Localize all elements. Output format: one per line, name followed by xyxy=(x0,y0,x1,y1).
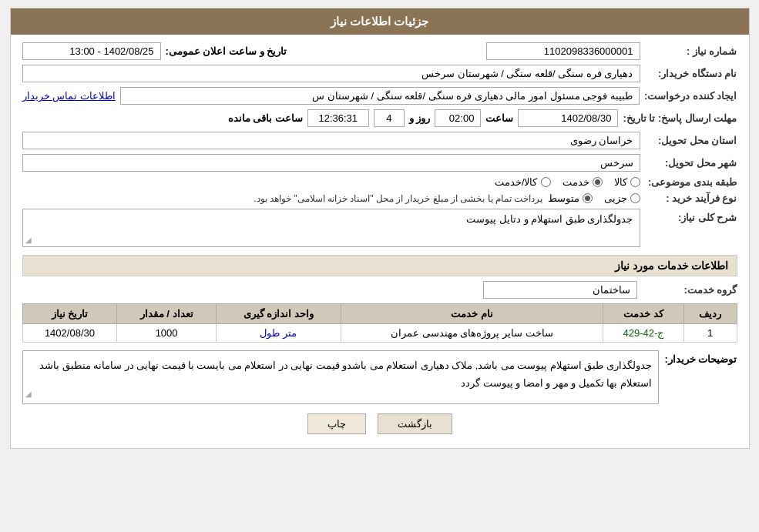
category-kala-khadamat-item[interactable]: کالا/خدمت xyxy=(495,176,551,188)
deadline-days-label: روز و xyxy=(409,112,431,124)
deadline-remaining-label: ساعت باقی مانده xyxy=(228,112,303,124)
print-button[interactable]: چاپ xyxy=(307,413,366,434)
category-kala-item[interactable]: کالا xyxy=(614,176,640,188)
purchase-jozei-item[interactable]: جزیی xyxy=(604,192,640,204)
deadline-days: 4 xyxy=(374,109,405,127)
description-value: جدولگذاری طبق استهلام و دتایل پیوست xyxy=(466,213,633,225)
buyer-org-value: دهیاری فره سنگی /قلعه سنگی / شهرستان سرخ… xyxy=(22,65,640,82)
service-group-label: گروه خدمت: xyxy=(645,284,737,296)
purchase-jozei-label: جزیی xyxy=(604,192,627,204)
creator-label: ایجاد کننده درخواست: xyxy=(644,90,737,102)
buyer-org-row: نام دستگاه خریدار: دهیاری فره سنگی /قلعه… xyxy=(22,65,737,82)
page-title: جزئیات اطلاعات نیاز xyxy=(331,15,428,28)
deadline-label: مهلت ارسال پاسخ: تا تاریخ: xyxy=(623,112,737,124)
col-header-name: نام خدمت xyxy=(341,304,603,324)
resize-icon-2: ◢ xyxy=(25,387,32,401)
need-number-row: شماره نیاز : 1102098336000001 تاریخ و سا… xyxy=(22,42,737,60)
category-khadamat-item[interactable]: خدمت xyxy=(563,176,603,188)
cell-code: ج-42-429 xyxy=(603,324,684,343)
purchase-motawaset-label: متوسط xyxy=(548,192,579,204)
category-row: طبقه بندی موضوعی: کالا خدمت کالا/خدمت xyxy=(22,176,737,188)
creator-value: طبیبه فوجی مسئول امور مالی دهیاری فره سن… xyxy=(120,87,640,105)
description-row: شرح کلی نیاز: جدولگذاری طبق استهلام و دت… xyxy=(22,209,737,247)
deadline-time: 02:00 xyxy=(435,109,481,127)
purchase-jozei-radio[interactable] xyxy=(630,193,640,203)
city-value: سرخس xyxy=(22,154,640,172)
cell-name: ساخت سایر پروژه‌های مهندسی عمران xyxy=(341,324,603,343)
purchase-type-radio-group: جزیی متوسط xyxy=(548,192,640,204)
col-header-qty: تعداد / مقدار xyxy=(117,304,216,324)
need-number-label: شماره نیاز : xyxy=(645,45,737,57)
buyer-org-label: نام دستگاه خریدار: xyxy=(645,68,737,79)
category-khadamat-label: خدمت xyxy=(563,176,589,188)
category-khadamat-radio[interactable] xyxy=(593,177,603,187)
province-value: خراسان رضوی xyxy=(22,132,640,149)
description-box: جدولگذاری طبق استهلام و دتایل پیوست ◢ xyxy=(22,209,640,247)
buyer-notes-value: جدولگذاری طبق استهلام پیوست می باشد, ملا… xyxy=(39,360,651,389)
col-header-row: ردیف xyxy=(683,304,737,324)
province-row: استان محل تحویل: خراسان رضوی xyxy=(22,132,737,149)
contact-link[interactable]: اطلاعات تماس خریدار xyxy=(22,90,116,102)
resize-icon: ◢ xyxy=(25,236,32,244)
category-radio-group: کالا خدمت کالا/خدمت xyxy=(495,176,640,188)
purchase-motawaset-radio[interactable] xyxy=(583,193,593,203)
service-group-value: ساختمان xyxy=(483,281,637,299)
back-button[interactable]: بازگشت xyxy=(378,413,452,434)
service-section-title: اطلاعات خدمات مورد نیاز xyxy=(22,255,737,276)
col-header-date: تاریخ نیاز xyxy=(22,304,117,324)
description-container: جدولگذاری طبق استهلام و دتایل پیوست ◢ xyxy=(22,209,640,247)
category-kala-radio[interactable] xyxy=(630,177,640,187)
buyer-notes-label: توضیحات خریدار: xyxy=(665,350,737,365)
deadline-date: 1402/08/30 xyxy=(518,109,618,127)
bottom-buttons: بازگشت چاپ xyxy=(22,413,737,434)
col-header-unit: واحد اندازه گیری xyxy=(216,304,341,324)
cell-unit: متر طول xyxy=(216,324,341,343)
announcement-value: 1402/08/25 - 13:00 xyxy=(22,42,161,60)
category-label: طبقه بندی موضوعی: xyxy=(645,176,737,188)
purchase-motawaset-item[interactable]: متوسط xyxy=(548,192,593,204)
province-label: استان محل تحویل: xyxy=(645,135,737,146)
content-area: شماره نیاز : 1102098336000001 تاریخ و سا… xyxy=(11,35,749,448)
cell-date: 1402/08/30 xyxy=(22,324,117,343)
deadline-time-label: ساعت xyxy=(485,112,513,124)
buyer-notes-box: جدولگذاری طبق استهلام پیوست می باشد, ملا… xyxy=(22,350,659,404)
cell-qty: 1000 xyxy=(117,324,216,343)
category-kala-label: کالا xyxy=(614,176,627,188)
page-wrapper: جزئیات اطلاعات نیاز شماره نیاز : 1102098… xyxy=(10,8,750,449)
announcement-label: تاریخ و ساعت اعلان عمومی: xyxy=(166,45,287,57)
description-label: شرح کلی نیاز: xyxy=(645,209,737,223)
buyer-notes-row: توضیحات خریدار: جدولگذاری طبق استهلام پی… xyxy=(22,350,737,404)
purchase-type-text: پرداخت تمام یا بخشی از مبلغ خریدار از مح… xyxy=(22,193,543,204)
purchase-type-row: نوع فرآیند خرید : جزیی متوسط پرداخت تمام… xyxy=(22,192,737,204)
need-number-value: 1102098336000001 xyxy=(486,42,640,60)
city-label: شهر محل تحویل: xyxy=(645,157,737,169)
table-row: 1 ج-42-429 ساخت سایر پروژه‌های مهندسی عم… xyxy=(22,324,737,343)
deadline-row: مهلت ارسال پاسخ: تا تاریخ: 1402/08/30 سا… xyxy=(22,109,737,127)
purchase-type-label: نوع فرآیند خرید : xyxy=(645,192,737,204)
cell-row-num: 1 xyxy=(683,324,737,343)
category-kala-khadamat-label: کالا/خدمت xyxy=(495,176,538,188)
category-kala-khadamat-radio[interactable] xyxy=(541,177,551,187)
buyer-notes-container: جدولگذاری طبق استهلام پیوست می باشد, ملا… xyxy=(22,350,659,404)
creator-row: ایجاد کننده درخواست: طبیبه فوجی مسئول ام… xyxy=(22,87,737,105)
deadline-remaining: 12:36:31 xyxy=(307,109,369,127)
service-group-row: گروه خدمت: ساختمان xyxy=(22,281,737,299)
page-header: جزئیات اطلاعات نیاز xyxy=(11,8,749,35)
city-row: شهر محل تحویل: سرخس xyxy=(22,154,737,172)
col-header-code: کد خدمت xyxy=(603,304,684,324)
services-table: ردیف کد خدمت نام خدمت واحد اندازه گیری ت… xyxy=(22,303,737,343)
